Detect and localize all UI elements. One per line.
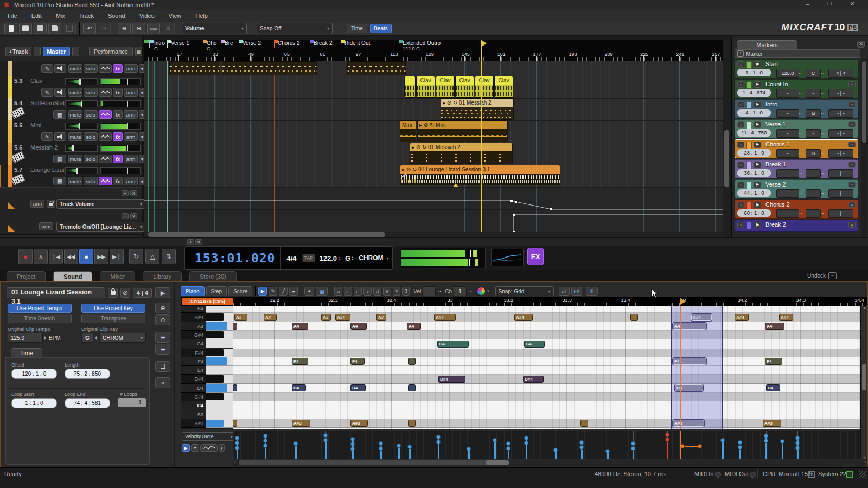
marker-row[interactable]: ›⚑Break 2× bbox=[735, 220, 858, 232]
midi-note[interactable]: A#4 bbox=[514, 314, 533, 321]
automation-button[interactable] bbox=[99, 177, 112, 185]
piano-roll-ruler[interactable]: 33:04.876 (C#5) 32.232.332.43333.233.333… bbox=[181, 297, 867, 306]
marker-row[interactable]: ›⚑Chorus 1×28 : 1 : 0-▴ ▾G▴ ▾- | - bbox=[735, 139, 858, 158]
redo-icon[interactable]: ↷ bbox=[98, 23, 111, 34]
mute-button[interactable]: mute bbox=[68, 110, 82, 119]
midi-note[interactable] bbox=[408, 384, 416, 391]
lane-arm-button[interactable]: arm bbox=[30, 200, 44, 208]
marker-row[interactable]: ›⚑Chorus 2×60 : 1 : 0-▴ ▾-▴ ▾- | - bbox=[735, 200, 858, 219]
velocity-dot[interactable] bbox=[665, 433, 669, 437]
velocity-dot[interactable] bbox=[524, 436, 528, 440]
lane-arm-button[interactable]: arm bbox=[39, 222, 53, 230]
velocity-dot[interactable] bbox=[350, 437, 355, 441]
black-key[interactable] bbox=[206, 349, 224, 356]
velocity-dot[interactable] bbox=[263, 444, 267, 448]
midi-note[interactable]: A#3 bbox=[673, 420, 704, 427]
midi-note[interactable]: A#4 bbox=[779, 314, 793, 321]
marker-tempo-field[interactable]: - bbox=[776, 89, 799, 98]
marker-key-field[interactable]: - bbox=[806, 129, 821, 138]
maximize-button[interactable]: ▢ bbox=[821, 1, 838, 6]
piano-key[interactable] bbox=[206, 401, 233, 410]
marker-expand-icon[interactable]: › bbox=[737, 142, 744, 148]
piano-key[interactable] bbox=[206, 339, 233, 348]
marker-name[interactable]: Break 2 bbox=[765, 221, 786, 228]
note-duration-3-icon[interactable]: ♪ bbox=[363, 287, 372, 296]
marker-row[interactable]: ›⚑Start1 : 1 : 0125.0▴ ▾C▴ ▾4 | 4 bbox=[735, 59, 858, 78]
marker-sig-field[interactable]: - | - bbox=[828, 109, 853, 118]
automation-button[interactable] bbox=[99, 132, 112, 141]
marker-time-field[interactable]: 4 : 1 : 0 bbox=[737, 109, 771, 117]
loop-mode-button[interactable]: ↻ bbox=[129, 249, 143, 264]
scroll-right-icon[interactable]: › bbox=[864, 460, 866, 465]
midi-note[interactable]: D#4 bbox=[438, 376, 465, 383]
tab-store-[interactable]: Store (30) bbox=[189, 271, 237, 281]
clip-name[interactable]: 01 Lounge Lizard Session 3.1 bbox=[7, 287, 105, 298]
marker-color-swatch[interactable] bbox=[746, 202, 752, 209]
velocity-dot[interactable] bbox=[407, 445, 412, 449]
midi-note[interactable]: A4 bbox=[350, 323, 367, 330]
midi-note[interactable]: D4 bbox=[292, 384, 306, 391]
undock-label[interactable]: Undock bbox=[807, 273, 826, 279]
go-to-start-button[interactable]: ❘◀ bbox=[49, 249, 63, 264]
marker-key-field[interactable]: - bbox=[806, 209, 821, 218]
velocity-stem[interactable] bbox=[782, 441, 783, 459]
automation-button[interactable] bbox=[99, 155, 112, 163]
piano-key[interactable] bbox=[206, 410, 233, 419]
time-readout[interactable]: 153:01.020 bbox=[195, 251, 275, 265]
marker-time-field[interactable]: 11 : 4 : 750 bbox=[737, 129, 771, 137]
clip[interactable] bbox=[222, 61, 317, 75]
velocity-dot[interactable] bbox=[780, 439, 784, 444]
note-duration-0-icon[interactable]: ○ bbox=[334, 287, 342, 296]
arm-button[interactable]: arm bbox=[124, 155, 138, 163]
midi-note[interactable]: D#4 bbox=[523, 376, 544, 383]
clip[interactable]: Clav bbox=[455, 76, 474, 98]
monitor-speaker-icon[interactable] bbox=[54, 64, 66, 73]
mute-button[interactable]: mute bbox=[68, 132, 82, 141]
marker-delete-icon[interactable]: × bbox=[848, 222, 856, 228]
lane-close-icon[interactable]: × bbox=[195, 239, 202, 245]
marker-delete-icon[interactable]: × bbox=[848, 142, 856, 147]
clip[interactable]: ▸ ⊘ ↻ 01 Lounge Lizard Session 3.1 bbox=[400, 165, 560, 185]
lock-icon[interactable] bbox=[108, 288, 118, 298]
marker-key-field[interactable]: - bbox=[806, 189, 821, 198]
solo-button[interactable]: solo bbox=[84, 177, 98, 185]
markers-tab[interactable]: Markers bbox=[737, 40, 797, 50]
menu-mix[interactable]: Mix bbox=[56, 12, 65, 19]
track-row[interactable]: ✎mutesolofxarm▾ bbox=[0, 61, 142, 76]
markers-close-icon[interactable]: ✕ bbox=[857, 41, 865, 48]
lane-add-icon[interactable]: + bbox=[187, 239, 194, 245]
master-fx-button[interactable]: FX bbox=[527, 248, 544, 265]
lane-add-icon[interactable]: + bbox=[122, 213, 129, 219]
marker-sig-field[interactable]: - | - bbox=[828, 209, 853, 218]
midi-note[interactable]: A4 bbox=[407, 323, 421, 330]
velocity-dot[interactable] bbox=[795, 436, 800, 440]
marker-color-swatch[interactable] bbox=[746, 101, 752, 109]
pr-tab-step[interactable]: Step bbox=[206, 286, 227, 296]
midi-note[interactable] bbox=[580, 420, 588, 427]
marker-row[interactable]: ›⚑Count In×1 : 4 : 874-▴ ▾-▴ ▾- | - bbox=[735, 79, 858, 98]
tempo-spinner[interactable]: ▲▼ bbox=[337, 255, 341, 262]
performance-panel-button[interactable]: Performance bbox=[89, 47, 133, 56]
menu-help[interactable]: Help bbox=[195, 12, 208, 19]
clip[interactable]: ▸ ⊘ ↻ 01 Messiah 2 bbox=[441, 98, 514, 120]
menu-track[interactable]: Track bbox=[79, 12, 94, 19]
piano-key[interactable] bbox=[206, 313, 233, 322]
loop-end-field[interactable]: 74 : 4 : 581 bbox=[65, 398, 110, 408]
midi-note[interactable]: A# bbox=[264, 314, 277, 321]
marker-label[interactable]: Ride it Out bbox=[344, 40, 370, 46]
velocity-dot[interactable] bbox=[795, 441, 800, 445]
automation-type-dropdown[interactable]: Volume▾ bbox=[182, 23, 247, 34]
track-name[interactable]: SoftHornStabs bbox=[30, 100, 69, 106]
midi-note[interactable]: F4 bbox=[673, 358, 706, 365]
velocity-lane[interactable] bbox=[233, 431, 860, 459]
punch-button[interactable]: ∧ bbox=[34, 249, 48, 264]
use-project-tempo-button[interactable]: Use Project Tempo bbox=[8, 304, 72, 313]
midi-note[interactable]: A#4 bbox=[735, 314, 749, 321]
midi-note[interactable] bbox=[233, 384, 237, 391]
midi-note[interactable] bbox=[408, 358, 416, 365]
midi-note[interactable]: A4 bbox=[292, 323, 308, 330]
scroll-left-icon[interactable]: ‹ bbox=[234, 460, 236, 465]
piano-key[interactable] bbox=[206, 349, 233, 357]
marker-key-field[interactable]: G bbox=[806, 149, 821, 158]
metronome-button[interactable]: △ bbox=[145, 249, 159, 264]
